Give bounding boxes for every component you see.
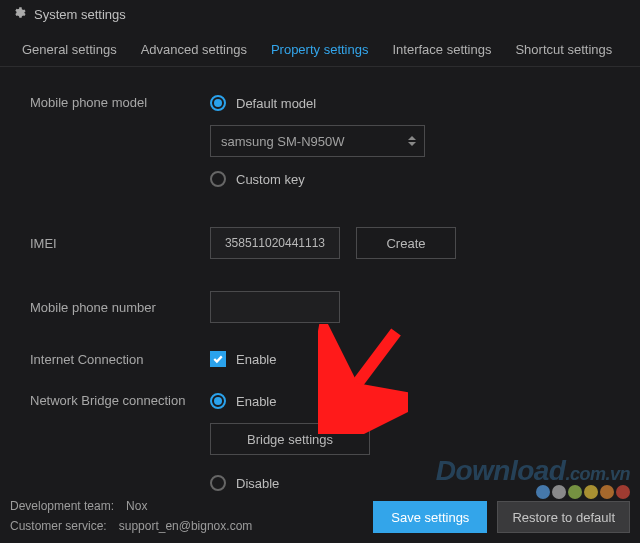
- gear-icon: [12, 6, 26, 23]
- bridge-settings-button[interactable]: Bridge settings: [210, 423, 370, 455]
- model-default-radio[interactable]: [210, 95, 226, 111]
- bridge-disable-radio[interactable]: [210, 475, 226, 491]
- bridge-enable-label: Enable: [236, 394, 276, 409]
- model-label: Mobile phone model: [30, 95, 210, 110]
- window-title: System settings: [34, 7, 126, 22]
- bridge-disable-label: Disable: [236, 476, 279, 491]
- save-button[interactable]: Save settings: [373, 501, 487, 533]
- dev-team-label: Development team:: [10, 499, 114, 513]
- content: Mobile phone model Default model samsung…: [0, 67, 640, 491]
- model-select[interactable]: samsung SM-N950W: [210, 125, 425, 157]
- tab-advanced[interactable]: Advanced settings: [129, 35, 259, 66]
- imei-input[interactable]: [210, 227, 340, 259]
- updown-icon: [408, 136, 416, 146]
- phone-input[interactable]: [210, 291, 340, 323]
- tab-interface[interactable]: Interface settings: [380, 35, 503, 66]
- tab-property[interactable]: Property settings: [259, 35, 381, 66]
- tabs: General settings Advanced settings Prope…: [0, 29, 640, 67]
- restore-button[interactable]: Restore to default: [497, 501, 630, 533]
- bridge-enable-radio[interactable]: [210, 393, 226, 409]
- model-custom-label: Custom key: [236, 172, 305, 187]
- tab-general[interactable]: General settings: [10, 35, 129, 66]
- internet-enable-label: Enable: [236, 352, 276, 367]
- phone-label: Mobile phone number: [30, 300, 210, 315]
- internet-label: Internet Connection: [30, 352, 210, 367]
- imei-label: IMEI: [30, 236, 210, 251]
- customer-service-value: support_en@bignox.com: [119, 519, 253, 533]
- imei-create-button[interactable]: Create: [356, 227, 456, 259]
- dev-team-value: Nox: [126, 499, 147, 513]
- internet-enable-checkbox[interactable]: [210, 351, 226, 367]
- tab-shortcut[interactable]: Shortcut settings: [503, 35, 624, 66]
- footer: Development team: Nox Customer service: …: [0, 493, 640, 543]
- window-titlebar: System settings: [0, 0, 640, 29]
- model-custom-radio[interactable]: [210, 171, 226, 187]
- model-default-label: Default model: [236, 96, 316, 111]
- bridge-label: Network Bridge connection: [30, 393, 210, 408]
- model-select-value: samsung SM-N950W: [221, 134, 345, 149]
- customer-service-label: Customer service:: [10, 519, 107, 533]
